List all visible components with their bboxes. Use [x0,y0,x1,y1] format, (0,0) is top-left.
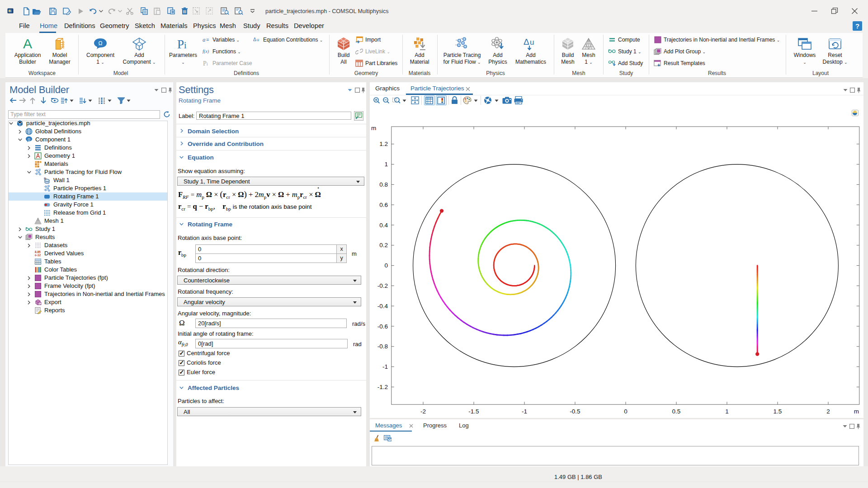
svg-text:Δ: Δ [524,37,529,47]
svg-text:=: = [206,37,209,42]
svg-text:1: 1 [725,408,729,415]
svg-text:Pi: Pi [203,60,208,67]
svg-text:0: 0 [624,408,627,415]
svg-text:e-12: e-12 [35,253,41,257]
svg-text:0.5: 0.5 [672,408,681,415]
svg-text:0.6: 0.6 [379,202,388,208]
svg-text:0.2: 0.2 [379,242,388,249]
svg-text:-2: -2 [420,408,426,415]
svg-text:1.2: 1.2 [379,141,388,147]
svg-text:m: m [854,408,859,415]
svg-text:8.85: 8.85 [35,250,41,253]
svg-text:1.5: 1.5 [774,408,782,415]
svg-text:-1.5: -1.5 [468,408,479,415]
svg-text:-1.2: -1.2 [377,384,388,390]
svg-text:u: u [257,38,259,42]
svg-text:1: 1 [384,161,388,168]
svg-text:D: D [44,177,46,180]
svg-text:u: u [530,38,534,47]
svg-text:-1: -1 [522,408,527,415]
svg-text:f(x): f(x) [203,49,209,54]
svg-text:-1: -1 [382,363,388,370]
svg-text:-0.5: -0.5 [570,408,580,415]
svg-text:0.4: 0.4 [379,222,388,229]
svg-text:-0.6: -0.6 [377,323,388,330]
svg-text:-0.4: -0.4 [377,303,388,310]
svg-text:0.8: 0.8 [379,181,388,188]
svg-text:2: 2 [826,408,830,415]
svg-text:Pi: Pi [177,38,187,50]
svg-text:A: A [23,37,32,51]
svg-text:m: m [371,125,376,131]
svg-text:-0.8: -0.8 [377,343,388,350]
svg-text:Ω: Ω [99,40,103,47]
svg-text:a: a [203,36,206,43]
svg-text:Ω: Ω [28,137,30,141]
svg-text:-0.2: -0.2 [377,282,388,289]
svg-text:Δ: Δ [253,37,256,42]
svg-text:0: 0 [384,262,388,269]
